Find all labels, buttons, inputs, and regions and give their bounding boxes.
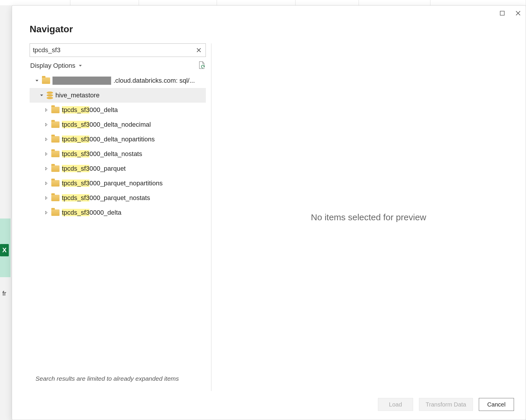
- folder-icon: [51, 107, 60, 113]
- caret-collapsed-icon[interactable]: [44, 181, 49, 186]
- search-input[interactable]: [33, 46, 195, 54]
- caret-expanded-icon[interactable]: [39, 93, 44, 98]
- transform-data-button[interactable]: Transform Data: [419, 398, 473, 411]
- tree-node-label: tpcds_sf3000_delta_nodecimal: [62, 121, 151, 128]
- tree-node-label: hive_metastore: [55, 92, 99, 99]
- tree-node-hive-metastore[interactable]: hive_metastore: [30, 88, 206, 103]
- tree-node-schema[interactable]: tpcds_sf3000_parquet_nopartitions: [30, 176, 206, 191]
- tree-node-label: tpcds_sf30000_delta: [62, 209, 121, 216]
- preview-empty-message: No items selected for preview: [311, 212, 426, 222]
- clear-search-button[interactable]: [195, 46, 203, 54]
- svg-rect-0: [500, 11, 504, 15]
- tree-node-schema[interactable]: tpcds_sf3000_parquet: [30, 161, 206, 176]
- tree-node-label: tpcds_sf3000_parquet_nopartitions: [62, 179, 163, 187]
- background-text-fr: fr: [2, 290, 6, 297]
- load-button[interactable]: Load: [378, 398, 413, 411]
- excel-icon: X: [0, 244, 9, 256]
- tree-node-label: tpcds_sf3000_parquet_nostats: [62, 194, 150, 202]
- search-hint: Search results are limited to already ex…: [30, 369, 206, 391]
- navigator-dialog: Navigator Display Options: [12, 5, 526, 420]
- background-column-headers: [0, 0, 526, 5]
- tree-node-label: tpcds_sf3000_delta_nostats: [62, 150, 142, 158]
- preview-pane: No items selected for preview: [211, 43, 526, 391]
- tree-node-schema[interactable]: tpcds_sf3000_parquet_nostats: [30, 191, 206, 205]
- chevron-down-icon: [78, 62, 82, 70]
- left-pane: Display Options: [30, 43, 211, 391]
- tree-node-schema[interactable]: tpcds_sf3000_delta_nostats: [30, 147, 206, 161]
- maximize-icon: [499, 10, 505, 16]
- tree-node-schema[interactable]: tpcds_sf3000_delta: [30, 103, 206, 117]
- search-box[interactable]: [30, 43, 206, 57]
- display-options-dropdown[interactable]: Display Options: [30, 62, 82, 70]
- database-icon: [47, 92, 53, 99]
- close-icon: [515, 10, 521, 16]
- folder-icon: [51, 121, 60, 128]
- display-options-label: Display Options: [30, 62, 75, 70]
- redacted-host: [52, 77, 111, 85]
- tree-node-schema[interactable]: tpcds_sf3000_delta_nopartitions: [30, 132, 206, 147]
- caret-collapsed-icon[interactable]: [44, 122, 49, 127]
- tree-node-label: tpcds_sf3000_delta_nopartitions: [62, 136, 155, 143]
- caret-collapsed-icon[interactable]: [44, 137, 49, 142]
- tree-node-label: tpcds_sf3000_delta: [62, 106, 118, 114]
- tree-node-schema[interactable]: tpcds_sf30000_delta: [30, 205, 206, 220]
- caret-expanded-icon[interactable]: [34, 78, 40, 83]
- folder-icon: [51, 180, 60, 187]
- caret-collapsed-icon[interactable]: [44, 166, 49, 171]
- page-refresh-icon: [198, 61, 205, 69]
- navigator-tree[interactable]: .cloud.databricks.com: sql/... hive_meta…: [30, 73, 206, 369]
- dialog-footer: Load Transform Data Cancel: [12, 391, 526, 420]
- folder-icon: [51, 195, 60, 201]
- dialog-title: Navigator: [12, 18, 526, 43]
- caret-collapsed-icon[interactable]: [44, 107, 49, 113]
- tree-node-schema[interactable]: tpcds_sf3000_delta_nodecimal: [30, 117, 206, 132]
- folder-icon: [51, 209, 60, 216]
- tree-root-connection[interactable]: .cloud.databricks.com: sql/...: [30, 73, 206, 88]
- close-icon: [196, 48, 201, 53]
- refresh-preview-button[interactable]: [198, 61, 205, 70]
- tree-node-label: tpcds_sf3000_parquet: [62, 165, 126, 172]
- folder-icon: [42, 77, 50, 84]
- tree-root-label: .cloud.databricks.com: sql/...: [113, 77, 195, 84]
- maximize-button[interactable]: [498, 9, 507, 18]
- folder-icon: [51, 151, 60, 157]
- caret-collapsed-icon[interactable]: [44, 210, 49, 215]
- cancel-button[interactable]: Cancel: [479, 398, 514, 411]
- close-button[interactable]: [513, 9, 523, 18]
- caret-collapsed-icon[interactable]: [44, 151, 49, 157]
- caret-collapsed-icon[interactable]: [44, 195, 49, 201]
- folder-icon: [51, 136, 60, 143]
- folder-icon: [51, 165, 60, 172]
